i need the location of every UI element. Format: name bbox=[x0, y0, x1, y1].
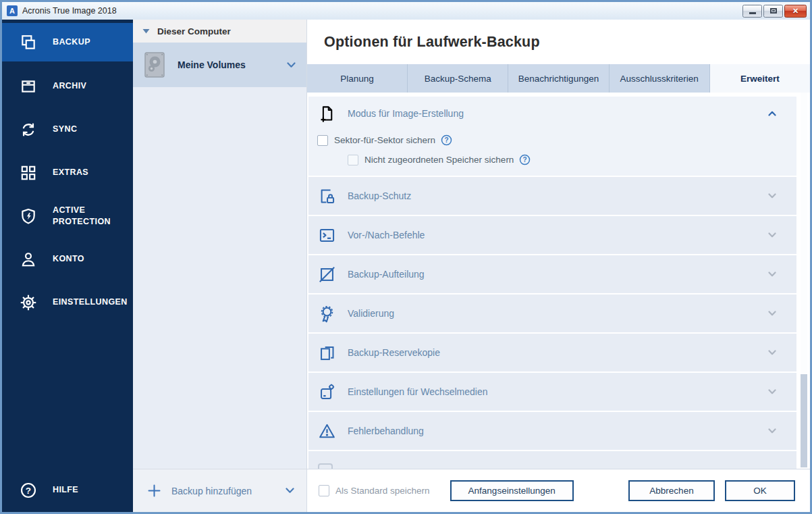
dialog-header: Optionen für Laufwerk-Backup bbox=[307, 20, 810, 64]
extras-icon bbox=[20, 164, 37, 182]
section-label: Einstellungen für Wechselmedien bbox=[348, 386, 768, 397]
sidebar-item-label: EXTRAS bbox=[53, 167, 88, 179]
app-window: A Acronis True Image 2018 ✕ BACKUP bbox=[0, 0, 812, 514]
acronis-logo-icon: A bbox=[7, 5, 18, 16]
section-validierung[interactable]: Validierung bbox=[308, 294, 796, 332]
sidebar-item-sync[interactable]: SYNC bbox=[2, 108, 133, 151]
save-as-default-checkbox[interactable] bbox=[319, 485, 329, 496]
tab-backup-schema[interactable]: Backup-Schema bbox=[408, 64, 508, 93]
backup-list-panel: Dieser Computer Meine Volumes bbox=[133, 20, 307, 512]
checkbox-label: Nicht zugeordneten Speicher sichern bbox=[364, 155, 514, 165]
maximize-icon bbox=[770, 8, 777, 14]
section-wechselmedien[interactable]: Einstellungen für Wechselmedien bbox=[308, 373, 796, 411]
copy-icon bbox=[318, 344, 336, 362]
tab-erweitert[interactable]: Erweitert bbox=[710, 64, 810, 93]
section-vor-nach-befehle[interactable]: Vor-/Nach-Befehle bbox=[308, 216, 796, 254]
tab-planung[interactable]: Planung bbox=[307, 64, 408, 93]
close-icon: ✕ bbox=[792, 7, 799, 15]
sync-icon bbox=[20, 121, 37, 138]
page-title: Optionen für Laufwerk-Backup bbox=[324, 34, 540, 51]
sector-by-sector-checkbox[interactable] bbox=[317, 135, 328, 146]
section-row-partial[interactable] bbox=[308, 451, 796, 469]
initial-settings-button[interactable]: Anfangseinstellungen bbox=[450, 480, 574, 501]
sidebar-item-label: HILFE bbox=[53, 484, 78, 496]
chevron-down-icon[interactable] bbox=[287, 62, 296, 68]
sidebar-item-label: EINSTELLUNGEN bbox=[53, 297, 127, 309]
user-icon bbox=[20, 251, 37, 268]
svg-text:?: ? bbox=[26, 485, 31, 495]
section-label: Backup-Schutz bbox=[348, 190, 768, 201]
sidebar-item-active-protection[interactable]: ACTIVE PROTECTION bbox=[2, 195, 133, 238]
section-label: Validierung bbox=[348, 308, 768, 319]
split-square-icon bbox=[318, 265, 336, 284]
svg-text:?: ? bbox=[445, 136, 449, 144]
section-label: Vor-/Nach-Befehle bbox=[348, 230, 768, 240]
tab-benachrichtigungen[interactable]: Benachrichtigungen bbox=[508, 64, 609, 93]
scrollbar-thumb[interactable] bbox=[801, 374, 807, 467]
backup-icon bbox=[20, 34, 37, 51]
option-row: Sektor-für-Sektor sichern ? bbox=[308, 130, 796, 150]
computer-group-header[interactable]: Dieser Computer bbox=[133, 20, 306, 43]
sidebar: BACKUP ARCHIV SYNC bbox=[2, 20, 133, 512]
shield-bolt-icon bbox=[20, 207, 37, 225]
sidebar-item-label: SYNC bbox=[53, 124, 77, 136]
maximize-button[interactable] bbox=[763, 5, 783, 18]
add-backup-label: Backup hinzufügen bbox=[171, 486, 286, 496]
tab-ausschlusskriterien[interactable]: Ausschlusskriterien bbox=[610, 64, 710, 93]
hard-disk-icon bbox=[144, 52, 165, 78]
chevron-down-icon bbox=[768, 232, 776, 238]
section-backup-schutz[interactable]: Backup-Schutz bbox=[308, 177, 796, 215]
gear-icon bbox=[20, 294, 37, 311]
unallocated-space-checkbox[interactable] bbox=[348, 155, 358, 165]
close-button[interactable]: ✕ bbox=[784, 5, 807, 18]
sidebar-item-einstellungen[interactable]: EINSTELLUNGEN bbox=[2, 281, 133, 324]
chevron-up-icon bbox=[768, 111, 776, 116]
sidebar-item-archiv[interactable]: ARCHIV bbox=[2, 65, 133, 108]
sidebar-item-label: BACKUP bbox=[53, 36, 90, 49]
backup-list-empty-area bbox=[133, 87, 306, 469]
section-label: Modus für Image-Erstellung bbox=[348, 108, 768, 119]
sidebar-item-konto[interactable]: KONTO bbox=[2, 238, 133, 281]
add-backup-button[interactable]: Backup hinzufügen bbox=[133, 469, 306, 512]
section-backup-aufteilung[interactable]: Backup-Aufteilung bbox=[308, 255, 796, 293]
ok-button[interactable]: OK bbox=[725, 480, 795, 501]
terminal-icon bbox=[318, 226, 336, 245]
section-image-creation-mode: Modus für Image-Erstellung Sektor-für-Se… bbox=[308, 97, 796, 176]
sidebar-item-extras[interactable]: EXTRAS bbox=[2, 151, 133, 195]
title-bar: A Acronis True Image 2018 ✕ bbox=[2, 2, 810, 20]
archive-icon bbox=[20, 78, 37, 95]
section-header-image-creation-mode[interactable]: Modus für Image-Erstellung bbox=[308, 97, 796, 130]
backup-item-label: Meine Volumes bbox=[178, 59, 287, 70]
options-dialog: Optionen für Laufwerk-Backup Planung Bac… bbox=[307, 20, 810, 512]
section-label: Backup-Aufteilung bbox=[348, 269, 768, 280]
question-circle-icon: ? bbox=[20, 482, 37, 499]
options-tabs: Planung Backup-Schema Benachrichtigungen… bbox=[307, 64, 810, 93]
help-icon[interactable]: ? bbox=[441, 134, 452, 146]
cancel-button[interactable]: Abbrechen bbox=[628, 480, 715, 501]
option-row: Nicht zugeordneten Speicher sichern ? bbox=[308, 150, 796, 170]
chevron-down-icon bbox=[768, 193, 776, 199]
sidebar-item-backup[interactable]: BACKUP bbox=[2, 23, 133, 61]
section-label: Backup-Reservekopie bbox=[348, 347, 768, 358]
section-backup-reservekopie[interactable]: Backup-Reservekopie bbox=[308, 334, 796, 371]
sidebar-item-label: KONTO bbox=[53, 253, 84, 265]
minimize-button[interactable] bbox=[742, 5, 762, 18]
sidebar-item-label: ACTIVE PROTECTION bbox=[53, 205, 127, 228]
partial-section-icon bbox=[318, 463, 333, 469]
sidebar-item-hilfe[interactable]: ? HILFE bbox=[2, 471, 133, 509]
chevron-down-icon[interactable] bbox=[286, 488, 294, 494]
ribbon-icon bbox=[318, 305, 336, 323]
section-label: Fehlerbehandlung bbox=[348, 426, 768, 436]
section-fehlerbehandlung[interactable]: Fehlerbehandlung bbox=[308, 412, 796, 450]
vertical-scrollbar[interactable] bbox=[801, 93, 807, 469]
options-accordion: Modus für Image-Erstellung Sektor-für-Se… bbox=[307, 93, 810, 469]
warning-icon bbox=[318, 422, 336, 440]
plus-icon bbox=[148, 484, 161, 497]
removable-media-icon bbox=[318, 383, 336, 401]
svg-text:?: ? bbox=[523, 156, 527, 163]
help-icon[interactable]: ? bbox=[519, 154, 531, 165]
backup-item-meine-volumes[interactable]: Meine Volumes bbox=[133, 43, 306, 87]
save-as-default-label: Als Standard speichern bbox=[335, 486, 430, 496]
sidebar-item-label: ARCHIV bbox=[53, 80, 86, 93]
checkbox-label: Sektor-für-Sektor sichern bbox=[334, 135, 435, 145]
